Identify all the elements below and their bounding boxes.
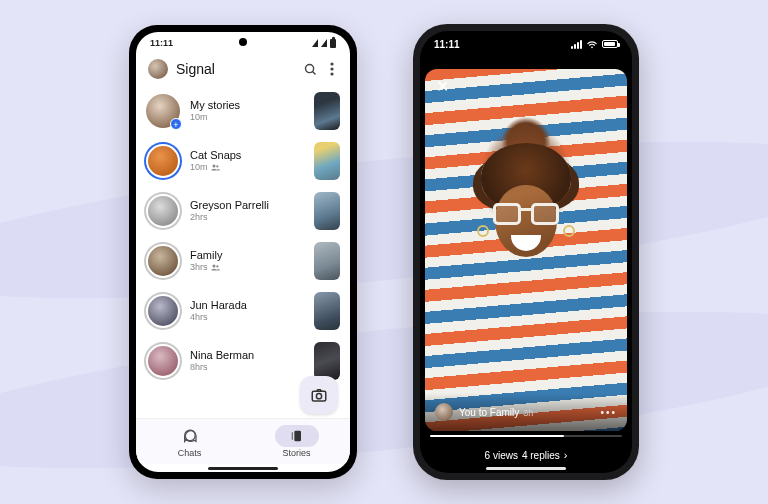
views-count: 6 views <box>485 450 518 461</box>
story-thumbnail[interactable] <box>314 192 340 230</box>
chevron-right-icon: › <box>564 449 568 461</box>
chat-icon <box>182 428 198 444</box>
gesture-bar <box>486 467 566 470</box>
svg-point-3 <box>330 67 333 70</box>
tab-label: Chats <box>178 448 202 458</box>
notch <box>481 31 571 49</box>
story-avatar <box>146 144 180 178</box>
story-meta: 4hrs <box>190 312 304 323</box>
ios-screen: 11:11 ✕ <box>420 31 632 473</box>
tab-stories[interactable]: Stories <box>243 419 350 464</box>
story-name: Greyson Parrelli <box>190 199 304 212</box>
battery-icon <box>602 40 618 48</box>
story-row[interactable]: Jun Harada 4hrs <box>146 286 340 336</box>
cell-signal-icon <box>321 39 327 47</box>
gesture-bar <box>136 464 350 472</box>
close-icon[interactable]: ✕ <box>433 77 451 95</box>
more-icon[interactable]: ••• <box>600 407 617 418</box>
story-name: My stories <box>190 99 304 112</box>
android-screen: 11:11 Signal <box>136 32 350 472</box>
camera-fab[interactable] <box>300 376 338 414</box>
camera-icon <box>310 386 328 404</box>
story-meta: 10m <box>190 112 304 123</box>
group-icon <box>211 163 220 172</box>
svg-rect-9 <box>312 391 326 401</box>
caption-avatar[interactable] <box>435 403 453 421</box>
app-header: Signal <box>136 54 350 84</box>
stories-list: + My stories 10m Cat Snaps 10m <box>136 84 350 418</box>
story-name: Nina Berman <box>190 349 304 362</box>
app-title: Signal <box>176 61 215 77</box>
add-story-icon[interactable]: + <box>170 118 182 130</box>
story-thumbnail[interactable] <box>314 242 340 280</box>
story-image[interactable]: ✕ You to Family 3h ••• <box>425 69 627 431</box>
story-thumbnail[interactable] <box>314 142 340 180</box>
status-time: 11:11 <box>434 39 460 50</box>
story-avatar: + <box>146 94 180 128</box>
svg-rect-12 <box>291 432 292 440</box>
svg-point-5 <box>212 165 215 168</box>
camera-punch-hole <box>239 38 247 46</box>
battery-icon <box>330 39 336 48</box>
stories-icon <box>289 428 305 444</box>
story-name: Jun Harada <box>190 299 304 312</box>
tab-chats[interactable]: Chats <box>136 419 243 464</box>
story-avatar <box>146 244 180 278</box>
svg-point-4 <box>330 72 333 75</box>
phone-android-frame: 11:11 Signal <box>129 25 357 479</box>
bottom-nav: Chats Stories <box>136 418 350 464</box>
tab-label: Stories <box>282 448 310 458</box>
more-icon[interactable] <box>326 61 338 77</box>
story-name: Cat Snaps <box>190 149 304 162</box>
story-avatar <box>146 194 180 228</box>
svg-line-1 <box>312 71 315 74</box>
story-viewer[interactable]: ✕ You to Family 3h ••• <box>420 31 632 473</box>
story-thumbnail[interactable] <box>314 342 340 380</box>
story-row[interactable]: Cat Snaps 10m <box>146 136 340 186</box>
story-meta: 3hrs <box>190 262 304 273</box>
story-avatar <box>146 294 180 328</box>
svg-rect-11 <box>294 431 301 442</box>
svg-point-8 <box>216 265 218 267</box>
story-meta: 8hrs <box>190 362 304 373</box>
caption-author: You to Family <box>459 407 519 418</box>
story-progress-bar[interactable] <box>430 435 622 437</box>
cell-signal-icon <box>571 40 582 49</box>
caption-time: 3h <box>523 408 533 418</box>
replies-count: 4 replies <box>522 450 560 461</box>
story-avatar <box>146 344 180 378</box>
signal-icon <box>312 39 318 47</box>
profile-avatar[interactable] <box>148 59 168 79</box>
story-meta: 2hrs <box>190 212 304 223</box>
story-thumbnail[interactable] <box>314 92 340 130</box>
story-caption-bar: You to Family 3h ••• <box>425 393 627 431</box>
search-icon[interactable] <box>302 61 318 77</box>
story-row-my-stories[interactable]: + My stories 10m <box>146 86 340 136</box>
svg-point-2 <box>330 62 333 65</box>
story-row[interactable]: Greyson Parrelli 2hrs <box>146 186 340 236</box>
svg-point-7 <box>212 265 215 268</box>
story-meta: 10m <box>190 162 304 173</box>
story-row[interactable]: Family 3hrs <box>146 236 340 286</box>
story-thumbnail[interactable] <box>314 292 340 330</box>
status-time: 11:11 <box>150 38 173 48</box>
story-name: Family <box>190 249 304 262</box>
svg-point-10 <box>316 394 321 399</box>
story-photo-person <box>471 149 581 299</box>
svg-point-0 <box>305 64 313 72</box>
svg-point-6 <box>216 165 218 167</box>
phone-ios-frame: 11:11 ✕ <box>413 24 639 480</box>
group-icon <box>211 263 220 272</box>
wifi-icon <box>586 40 598 49</box>
